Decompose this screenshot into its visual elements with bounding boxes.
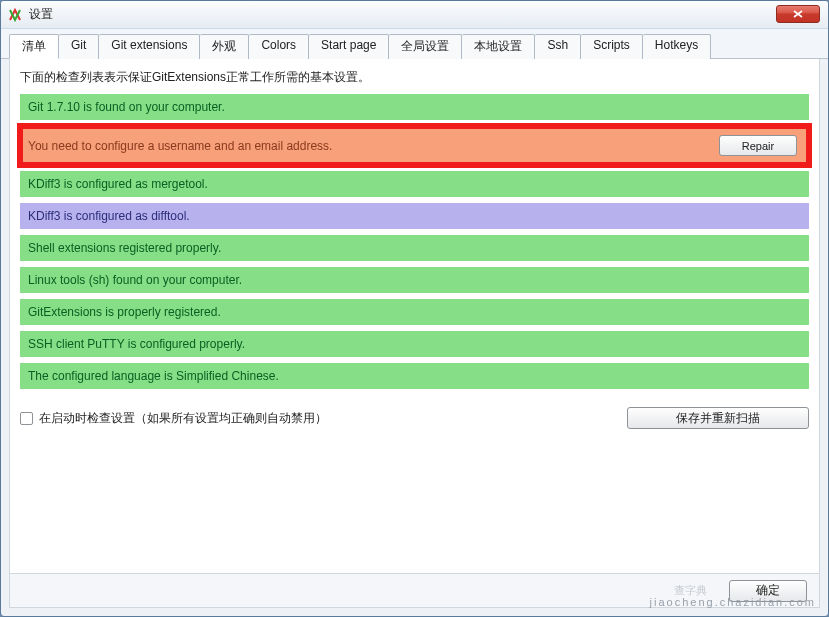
- check-row-linux-tools: Linux tools (sh) found on your computer.: [20, 267, 809, 293]
- startup-check-checkbox[interactable]: [20, 412, 33, 425]
- tab-hotkeys[interactable]: Hotkeys: [643, 34, 711, 59]
- check-row-shell-ext: Shell extensions registered properly.: [20, 235, 809, 261]
- close-button[interactable]: [776, 5, 820, 23]
- tab-git[interactable]: Git: [59, 34, 99, 59]
- tab-git-extensions[interactable]: Git extensions: [99, 34, 200, 59]
- tab-colors[interactable]: Colors: [249, 34, 309, 59]
- check-row-text: GitExtensions is properly registered.: [28, 305, 221, 319]
- checklist-rows: Git 1.7.10 is found on your computer. Yo…: [16, 94, 813, 395]
- checklist-footer: 在启动时检查设置（如果所有设置均正确则自动禁用） 保存并重新扫描: [16, 401, 813, 435]
- watermark-text-right: jiaocheng.chazidian.com: [650, 596, 816, 608]
- tab-content: 下面的检查列表表示保证GitExtensions正常工作所需的基本设置。 Git…: [9, 59, 820, 608]
- check-row-text: SSH client PuTTY is configured properly.: [28, 337, 245, 351]
- settings-window: 设置 清单 Git Git extensions 外观 Colors Start…: [0, 0, 829, 617]
- check-row-difftool: KDiff3 is configured as difftool.: [20, 203, 809, 229]
- titlebar: 设置: [1, 1, 828, 29]
- tab-appearance[interactable]: 外观: [200, 34, 249, 59]
- check-row-text: Shell extensions registered properly.: [28, 241, 221, 255]
- check-row-gitext-registered: GitExtensions is properly registered.: [20, 299, 809, 325]
- check-row-git-found: Git 1.7.10 is found on your computer.: [20, 94, 809, 120]
- startup-check-label: 在启动时检查设置（如果所有设置均正确则自动禁用）: [39, 410, 327, 427]
- checklist-intro: 下面的检查列表表示保证GitExtensions正常工作所需的基本设置。: [16, 69, 813, 94]
- tabstrip: 清单 Git Git extensions 外观 Colors Start pa…: [1, 29, 828, 59]
- tab-scripts[interactable]: Scripts: [581, 34, 643, 59]
- tab-checklist[interactable]: 清单: [9, 34, 59, 59]
- check-row-text: KDiff3 is configured as mergetool.: [28, 177, 208, 191]
- close-icon: [793, 10, 803, 18]
- window-title: 设置: [29, 6, 53, 23]
- tab-local-settings[interactable]: 本地设置: [462, 34, 535, 59]
- tab-ssh[interactable]: Ssh: [535, 34, 581, 59]
- check-row-username-email: You need to configure a username and an …: [20, 126, 809, 165]
- save-rescan-button[interactable]: 保存并重新扫描: [627, 407, 809, 429]
- app-icon: [7, 7, 23, 23]
- check-row-mergetool: KDiff3 is configured as mergetool.: [20, 171, 809, 197]
- check-row-language: The configured language is Simplified Ch…: [20, 363, 809, 389]
- tab-global-settings[interactable]: 全局设置: [389, 34, 462, 59]
- check-row-text: Linux tools (sh) found on your computer.: [28, 273, 242, 287]
- repair-button[interactable]: Repair: [719, 135, 797, 156]
- check-row-putty: SSH client PuTTY is configured properly.: [20, 331, 809, 357]
- check-row-text: You need to configure a username and an …: [28, 139, 719, 153]
- check-row-text: The configured language is Simplified Ch…: [28, 369, 279, 383]
- tab-start-page[interactable]: Start page: [309, 34, 389, 59]
- check-row-text: KDiff3 is configured as difftool.: [28, 209, 190, 223]
- check-row-text: Git 1.7.10 is found on your computer.: [28, 100, 225, 114]
